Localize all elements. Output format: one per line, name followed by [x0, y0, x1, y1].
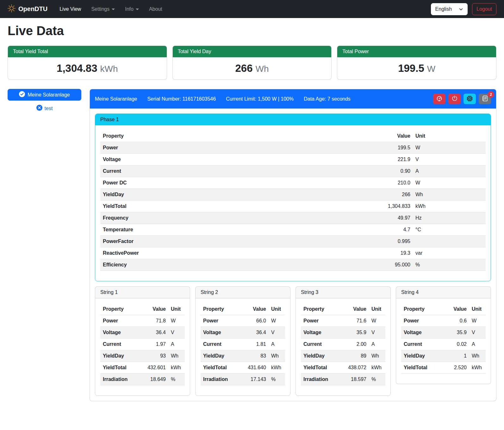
unit-cell: % [369, 374, 385, 385]
property-cell: Current [100, 339, 139, 350]
summary-row: Total Yield Total 1,304.83kWh Total Yiel… [8, 46, 496, 80]
string-card-3: String 3 Property Value Unit Power71.6WV… [296, 286, 391, 396]
table-row: Irradiation17.143% [201, 374, 285, 385]
inverter-name: Meine Solaranlage [95, 96, 137, 102]
unit-cell: % [269, 374, 285, 385]
unit-cell: V [369, 327, 385, 339]
column-header-unit: Unit [413, 130, 486, 142]
summary-card-title: Total Yield Total [8, 46, 167, 57]
property-cell: Power [100, 142, 287, 154]
unit-cell: Wh [369, 350, 385, 362]
inverter-data-age: Data Age: 7 seconds [304, 96, 351, 102]
event-count-badge: 2 [488, 91, 494, 98]
language-select[interactable]: English [431, 3, 468, 15]
property-cell: Voltage [301, 327, 339, 339]
string-2-table: Property Value Unit Power66.0WVoltage36.… [201, 303, 285, 385]
column-header-property: Property [100, 130, 287, 142]
table-row: Efficiency95.000% [100, 259, 486, 271]
table-row: Irradiation18.597% [301, 374, 385, 385]
summary-card-total-yield-day: Total Yield Day 266Wh [172, 46, 332, 80]
phase-panel-title: Phase 1 [95, 114, 491, 125]
table-row: YieldDay93Wh [100, 350, 185, 362]
page: OpenDTU Live View Settings Info About En… [0, 0, 504, 430]
value-cell: 431.640 [239, 362, 269, 374]
x-circle-icon [36, 105, 42, 112]
value-cell: 66.0 [239, 315, 269, 327]
column-header-unit: Unit [369, 303, 385, 315]
string-card-title: String 1 [95, 287, 190, 298]
brand[interactable]: OpenDTU [8, 4, 47, 14]
column-header-value: Value [339, 303, 369, 315]
table-row: YieldDay1Wh [401, 350, 486, 362]
table-row: Power66.0W [201, 315, 285, 327]
value-cell: 0.02 [443, 339, 469, 350]
table-row: Frequency49.97Hz [100, 212, 486, 224]
unit-cell [413, 236, 486, 247]
column-header-property: Property [100, 303, 139, 315]
unit-cell: W [168, 315, 185, 327]
sidebar-item-test[interactable]: test [8, 105, 81, 112]
inverter-header: Meine Solaranlage Serial Number: 1161716… [90, 89, 496, 109]
string-3-table: Property Value Unit Power71.6WVoltage35.… [301, 303, 385, 385]
column-header-value: Value [239, 303, 269, 315]
property-cell: Voltage [201, 327, 239, 339]
strings-row: String 1 Property Value Unit Power71.8WV… [95, 286, 491, 396]
table-header-row: Property Value Unit [100, 303, 185, 315]
logout-button[interactable]: Logout [472, 3, 496, 15]
column-header-property: Property [201, 303, 239, 315]
property-cell: YieldDay [401, 350, 443, 362]
summary-card-value: 266 [235, 62, 252, 74]
column-header-unit: Unit [168, 303, 185, 315]
value-cell: 95.000 [287, 259, 413, 271]
nav-item-live-view[interactable]: Live View [56, 4, 85, 15]
limit-settings-button[interactable] [433, 94, 445, 104]
value-cell: 83 [239, 350, 269, 362]
value-cell: 2.00 [339, 339, 369, 350]
summary-card-unit: kWh [100, 64, 118, 74]
table-row: Voltage36.4V [201, 327, 285, 339]
nav-item-info[interactable]: Info [121, 4, 143, 15]
unit-cell: Wh [413, 189, 486, 201]
journal-text-icon [482, 95, 488, 103]
table-row: YieldDay266Wh [100, 189, 486, 201]
power-icon [451, 95, 458, 103]
unit-cell: W [413, 177, 486, 189]
property-cell: Irradiation [201, 374, 239, 385]
unit-cell: A [168, 339, 185, 350]
nav-item-settings[interactable]: Settings [87, 4, 119, 15]
property-cell: YieldDay [301, 350, 339, 362]
table-row: PowerFactor0.995 [100, 236, 486, 247]
cpu-chip-icon [466, 95, 473, 103]
inverter-actions: 2 [433, 94, 491, 104]
table-header-row: Property Value Unit [401, 303, 486, 315]
value-cell: 1,304.833 [287, 201, 413, 212]
nav-item-about[interactable]: About [145, 4, 166, 15]
table-header-row: Property Value Unit [201, 303, 285, 315]
unit-cell: % [413, 259, 486, 271]
sidebar-item-meine-solaranlage[interactable]: Meine Solaranlage [8, 89, 81, 101]
unit-cell: V [413, 154, 486, 165]
navbar: OpenDTU Live View Settings Info About En… [0, 0, 504, 18]
value-cell: 2.520 [443, 362, 469, 374]
unit-cell: Hz [413, 212, 486, 224]
property-cell: YieldDay [201, 350, 239, 362]
column-header-unit: Unit [469, 303, 486, 315]
unit-cell: Wh [168, 350, 185, 362]
property-cell: YieldTotal [401, 362, 443, 374]
string-1-table: Property Value Unit Power71.8WVoltage36.… [100, 303, 185, 385]
unit-cell: Wh [269, 350, 285, 362]
property-cell: Frequency [100, 212, 287, 224]
table-row: Voltage36.4V [100, 327, 185, 339]
power-button[interactable] [448, 94, 461, 104]
table-row: Power DC210.0W [100, 177, 486, 189]
language-select-value: English [435, 6, 452, 12]
value-cell: 0.995 [287, 236, 413, 247]
property-cell: Power [301, 315, 339, 327]
device-info-button[interactable] [464, 94, 476, 104]
unit-cell: °C [413, 224, 486, 236]
value-cell: 19.3 [287, 247, 413, 259]
page-title: Live Data [8, 23, 496, 38]
table-row: Power71.6W [301, 315, 385, 327]
event-log-button[interactable]: 2 [479, 94, 491, 104]
inverter-limit: Current Limit: 1,500 W | 100% [226, 96, 294, 102]
